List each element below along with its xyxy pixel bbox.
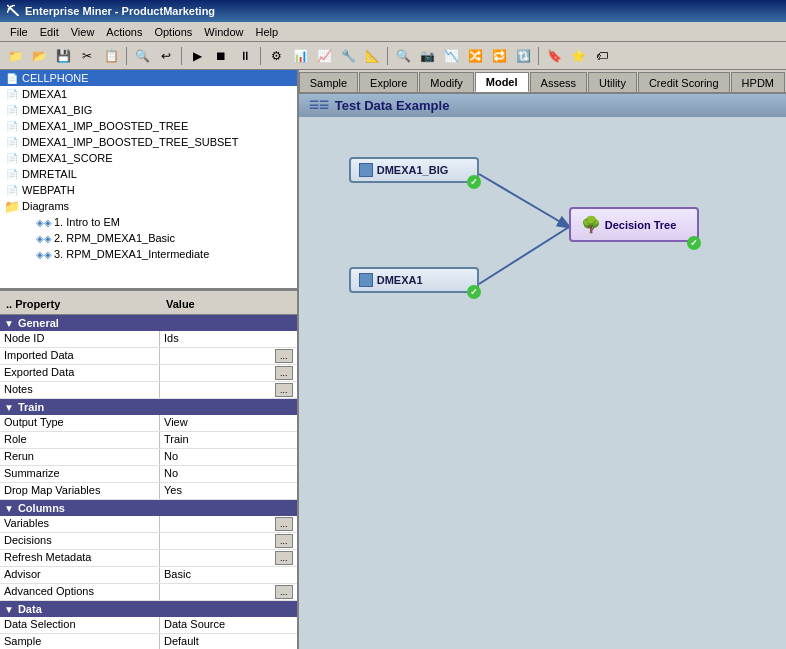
toolbar-flag[interactable]: 🏷 — [591, 45, 613, 67]
menu-edit[interactable]: Edit — [34, 24, 65, 40]
toolbar-settings[interactable]: ⚙ — [265, 45, 287, 67]
tab-model[interactable]: Model — [475, 72, 529, 92]
toolbar-bookmark[interactable]: 🔖 — [543, 45, 565, 67]
menu-actions[interactable]: Actions — [100, 24, 148, 40]
props-group-train[interactable]: ▼Train — [0, 399, 297, 415]
prop-value: No — [160, 466, 297, 482]
toolbar-ruler[interactable]: 📐 — [361, 45, 383, 67]
ellipsis-button[interactable]: ... — [275, 585, 293, 599]
tab-utility[interactable]: Utility — [588, 72, 637, 92]
tree-item[interactable]: 📄CELLPHONE — [0, 70, 297, 86]
toolbar: 📁 📂 💾 ✂ 📋 🔍 ↩ ▶ ⏹ ⏸ ⚙ 📊 📈 🔧 📐 🔍 📷 📉 🔀 🔁 … — [0, 42, 786, 70]
tree-item-label: 3. RPM_DMEXA1_Intermediate — [54, 248, 209, 260]
prop-name: Summarize — [0, 466, 160, 482]
ellipsis-button[interactable]: ... — [275, 517, 293, 531]
tab-hpdm[interactable]: HPDM — [731, 72, 785, 92]
ellipsis-button[interactable]: ... — [275, 349, 293, 363]
toolbar-wrench[interactable]: 🔧 — [337, 45, 359, 67]
prop-name: Variables — [0, 516, 160, 532]
props-row: AdvisorBasic — [0, 567, 297, 584]
tree-item[interactable]: 📄DMRETAIL — [0, 166, 297, 182]
toolbar-run[interactable]: ▶ — [186, 45, 208, 67]
tree-item-label: WEBPATH — [22, 184, 75, 196]
doc-icon: 📄 — [4, 87, 20, 101]
tree-item-label: DMEXA1 — [22, 88, 67, 100]
tree-item[interactable]: 📄WEBPATH — [0, 182, 297, 198]
toolbar-zoom[interactable]: 🔍 — [392, 45, 414, 67]
tab-assess[interactable]: Assess — [530, 72, 587, 92]
props-row: Node IDIds — [0, 331, 297, 348]
tree-item-label: DMRETAIL — [22, 168, 77, 180]
tree-item[interactable]: 📄DMEXA1_IMP_BOOSTED_TREE_SUBSET — [0, 134, 297, 150]
toolbar-shuffle[interactable]: 🔀 — [464, 45, 486, 67]
prop-value: ... — [160, 584, 297, 600]
props-group-columns[interactable]: ▼Columns — [0, 500, 297, 516]
tree-view[interactable]: 📄CELLPHONE📄DMEXA1📄DMEXA1_BIG📄DMEXA1_IMP_… — [0, 70, 297, 290]
node-decision-tree[interactable]: 🌳Decision Tree✓ — [569, 207, 699, 242]
toolbar-new[interactable]: 📁 — [4, 45, 26, 67]
diagram-canvas[interactable]: DMEXA1_BIG✓DMEXA1✓🌳Decision Tree✓ — [299, 117, 786, 649]
toolbar-save[interactable]: 💾 — [52, 45, 74, 67]
node-label: DMEXA1_BIG — [377, 164, 449, 176]
props-group-general[interactable]: ▼General — [0, 315, 297, 331]
toolbar-chart2[interactable]: 📈 — [313, 45, 335, 67]
toolbar-repeat[interactable]: 🔁 — [488, 45, 510, 67]
toolbar-cut[interactable]: ✂ — [76, 45, 98, 67]
doc-icon: 📄 — [4, 151, 20, 165]
ellipsis-button[interactable]: ... — [275, 534, 293, 548]
node-check-dmexa1: ✓ — [467, 285, 481, 299]
menu-options[interactable]: Options — [148, 24, 198, 40]
toolbar-chart[interactable]: 📊 — [289, 45, 311, 67]
prop-value: Train — [160, 432, 297, 448]
node-dmexa1[interactable]: DMEXA1✓ — [349, 267, 479, 293]
tree-item[interactable]: 📄DMEXA1_IMP_BOOSTED_TREE — [0, 118, 297, 134]
toolbar-copy[interactable]: 📋 — [100, 45, 122, 67]
tab-modify[interactable]: Modify — [419, 72, 473, 92]
props-row: Output TypeView — [0, 415, 297, 432]
toolbar-stop[interactable]: ⏹ — [210, 45, 232, 67]
props-row: Refresh Metadata... — [0, 550, 297, 567]
prop-value: Yes — [160, 483, 297, 499]
left-panel: 📄CELLPHONE📄DMEXA1📄DMEXA1_BIG📄DMEXA1_IMP_… — [0, 70, 299, 649]
tree-item[interactable]: 📄DMEXA1_BIG — [0, 102, 297, 118]
menu-window[interactable]: Window — [198, 24, 249, 40]
props-row: RerunNo — [0, 449, 297, 466]
toolbar-refresh[interactable]: 🔃 — [512, 45, 534, 67]
toolbar-trend[interactable]: 📉 — [440, 45, 462, 67]
menu-help[interactable]: Help — [249, 24, 284, 40]
tree-item[interactable]: ◈◈1. Intro to EM — [0, 214, 297, 230]
tree-item-label: Diagrams — [22, 200, 69, 212]
tree-item[interactable]: 📄DMEXA1 — [0, 86, 297, 102]
props-row: SummarizeNo — [0, 466, 297, 483]
toolbar-open[interactable]: 📂 — [28, 45, 50, 67]
node-dmexa1-big[interactable]: DMEXA1_BIG✓ — [349, 157, 479, 183]
ellipsis-button[interactable]: ... — [275, 551, 293, 565]
ellipsis-button[interactable]: ... — [275, 366, 293, 380]
doc-icon: 📄 — [4, 183, 20, 197]
tree-item[interactable]: 📁Diagrams — [0, 198, 297, 214]
tab-explore[interactable]: Explore — [359, 72, 418, 92]
tree-scroll-container[interactable]: 📄CELLPHONE📄DMEXA1📄DMEXA1_BIG📄DMEXA1_IMP_… — [0, 70, 297, 288]
tree-item[interactable]: 📄DMEXA1_SCORE — [0, 150, 297, 166]
toolbar-undo[interactable]: ↩ — [155, 45, 177, 67]
props-col-property: .. Property — [2, 296, 162, 312]
ellipsis-button[interactable]: ... — [275, 383, 293, 397]
decision-tree-icon: 🌳 — [581, 215, 601, 234]
tree-item[interactable]: ◈◈2. RPM_DMEXA1_Basic — [0, 230, 297, 246]
tab-credit-scoring[interactable]: Credit Scoring — [638, 72, 730, 92]
toolbar-pause[interactable]: ⏸ — [234, 45, 256, 67]
properties-panel: .. Property Value ▼GeneralNode IDIdsImpo… — [0, 294, 297, 649]
props-row: Notes... — [0, 382, 297, 399]
tab-sample[interactable]: Sample — [299, 72, 358, 92]
props-group-data[interactable]: ▼Data — [0, 601, 297, 617]
toolbar-star[interactable]: ⭐ — [567, 45, 589, 67]
menu-bar: File Edit View Actions Options Window He… — [0, 22, 786, 42]
toolbar-find[interactable]: 🔍 — [131, 45, 153, 67]
toolbar-photo[interactable]: 📷 — [416, 45, 438, 67]
props-row: RoleTrain — [0, 432, 297, 449]
menu-view[interactable]: View — [65, 24, 101, 40]
menu-file[interactable]: File — [4, 24, 34, 40]
tree-item[interactable]: ◈◈3. RPM_DMEXA1_Intermediate — [0, 246, 297, 262]
prop-value: Default — [160, 634, 297, 649]
toolbar-sep-5 — [538, 47, 539, 65]
